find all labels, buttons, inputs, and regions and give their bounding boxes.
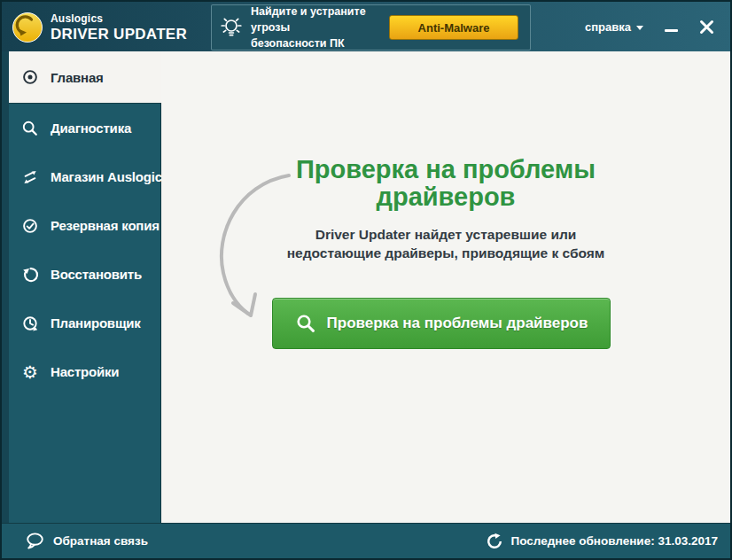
close-icon	[699, 19, 714, 35]
close-button[interactable]	[699, 16, 714, 37]
restore-arrow-icon	[21, 266, 39, 284]
footer-bar: Обратная связь Последнее обновление: 31.…	[2, 523, 730, 558]
logo-product-text: DRIVER UPDATER	[51, 26, 187, 43]
minimize-icon	[665, 29, 678, 32]
refresh-icon	[486, 533, 503, 550]
target-icon	[21, 68, 39, 86]
sidebar-item-label: Настройки	[51, 364, 119, 379]
antimalware-banner: Найдите и устраните угрозы безопасности …	[211, 4, 531, 51]
sidebar-item-label: Планировщик	[51, 315, 141, 331]
sidebar-menu: Диагностика Магазин Auslogics	[9, 103, 161, 523]
scan-drivers-button[interactable]: Проверка на проблемы драйверов	[272, 298, 611, 349]
minimize-button[interactable]	[665, 16, 678, 37]
sidebar-item-label: Главная	[51, 70, 104, 85]
help-label: справка	[585, 20, 631, 34]
clock-history-icon	[21, 315, 39, 332]
banner-text: Найдите и устраните угрозы безопасности …	[251, 4, 400, 51]
sidebar-item-scheduler[interactable]: Планировщик	[9, 299, 160, 347]
feedback-label: Обратная связь	[53, 534, 148, 548]
chevron-down-icon	[636, 26, 643, 30]
lightbulb-icon	[219, 14, 244, 41]
sidebar-item-diagnostics[interactable]: Диагностика	[9, 104, 160, 152]
auslogics-arrow-logo	[11, 11, 44, 44]
sidebar-item-restore[interactable]: Восстановить	[9, 250, 160, 299]
speech-bubble-icon	[25, 532, 45, 550]
title-bar: Auslogics DRIVER UPDATER Найдите и устра…	[2, 2, 730, 51]
sidebar-item-backup[interactable]: Резервная копия	[9, 201, 160, 250]
help-dropdown[interactable]: справка	[585, 20, 643, 34]
app-logo: Auslogics DRIVER UPDATER	[11, 11, 187, 44]
logo-brand-text: Auslogics	[51, 12, 187, 25]
sidebar-item-label: Диагностика	[51, 121, 131, 136]
scan-button-label: Проверка на проблемы драйверов	[327, 315, 588, 332]
sidebar-item-label: Магазин Auslogics	[51, 169, 169, 184]
last-update-status: Последнее обновление: 31.03.2017	[486, 533, 718, 550]
last-update-text: Последнее обновление: 31.03.2017	[511, 534, 718, 548]
sidebar-item-home[interactable]: Главная	[9, 51, 161, 103]
anti-malware-button[interactable]: Anti-Malware	[389, 15, 518, 40]
magnifier-icon	[295, 313, 316, 334]
gear-icon: ⚙	[21, 363, 39, 381]
check-circle-icon	[21, 217, 39, 235]
page-title: Проверка на проблемы драйверов	[161, 156, 730, 211]
page-subtitle: Driver Updater найдет устаревшие или нед…	[161, 225, 730, 262]
sidebar-item-store[interactable]: Магазин Auslogics	[9, 152, 160, 201]
search-icon	[21, 120, 39, 137]
sidebar-item-settings[interactable]: ⚙ Настройки	[9, 347, 160, 396]
main-content: Проверка на проблемы драйверов Driver Up…	[161, 51, 730, 523]
sidebar-item-label: Восстановить	[51, 267, 142, 282]
sidebar-item-label: Резервная копия	[51, 218, 160, 233]
sidebar: Главная Диагностика	[2, 51, 161, 523]
exchange-arrows-icon	[21, 168, 39, 186]
feedback-link[interactable]: Обратная связь	[25, 532, 148, 550]
